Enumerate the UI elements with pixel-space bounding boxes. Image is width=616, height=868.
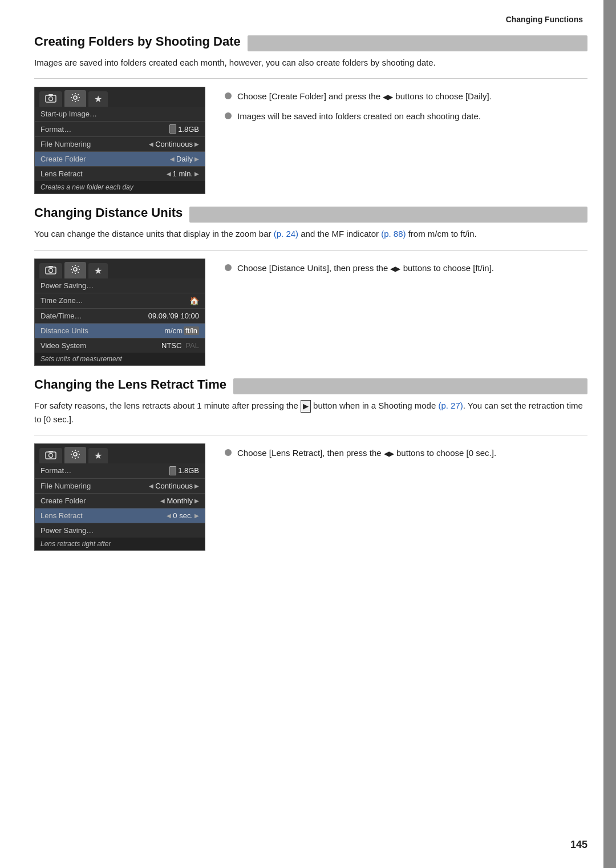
menu-3-row-format: Format… 1.8GB: [35, 463, 205, 479]
menu-2-row-videosystem: Video System NTSC PAL: [35, 338, 205, 353]
section-3-title: Changing the Lens Retract Time: [34, 377, 233, 394]
bullet-dot: [225, 449, 232, 456]
section-3-heading-bar: Changing the Lens Retract Time: [34, 377, 587, 394]
svg-rect-6: [48, 266, 53, 268]
menu-2-row-timezone: Time Zone… 🏠: [35, 293, 205, 309]
menu-3-row-createfolder: Create Folder ◀ Monthly ▶: [35, 494, 205, 508]
menu-3-row-lensretract: Lens Retract ◀ 0 sec. ▶: [35, 508, 205, 523]
menu-2-footer: Sets units of measurement: [35, 353, 205, 365]
link-p24: (p. 24): [274, 229, 298, 239]
page-header: Changing Functions: [0, 0, 600, 24]
menu-3-footer: Lens retracts right after: [35, 538, 205, 550]
menu-2-body: Power Saving… Time Zone… 🏠 Date/Time…: [35, 278, 205, 353]
menu-1-row-filenumbering: File Numbering ◀ Continuous ▶: [35, 137, 205, 152]
page-number: 145: [570, 839, 587, 851]
menu-3-row-filenumbering: File Numbering ◀ Continuous ▶: [35, 479, 205, 494]
section-2-body: You can change the distance units that d…: [34, 227, 587, 240]
section-2-title: Changing Distance Units: [34, 205, 189, 223]
section-1-body: Images are saved into folders created ea…: [34, 56, 587, 69]
bullet-dot: [225, 264, 232, 271]
section-1-bullet-1: Choose [Create Folder] and press the ◀▶ …: [225, 90, 587, 103]
menu-1-row-format: Format… 1.8GB: [35, 122, 205, 137]
section-1-two-col: ★ Start-up Image… Format… 1.8GB: [34, 87, 587, 194]
section-changing-distance: Changing Distance Units You can change t…: [34, 205, 587, 365]
section-2-bar: [189, 207, 587, 223]
section-1-bullets: Choose [Create Folder] and press the ◀▶ …: [225, 87, 587, 194]
menu-1-row-startup: Start-up Image…: [35, 107, 205, 122]
section-creating-folders: Creating Folders by Shooting Date Images…: [34, 34, 587, 194]
menu-1-tab-camera: [39, 91, 62, 107]
menu-3-body: Format… 1.8GB File Numbering ◀ Continuou…: [35, 463, 205, 538]
camera-menu-1: ★ Start-up Image… Format… 1.8GB: [34, 87, 205, 194]
section-3-bar: [233, 378, 587, 394]
menu-1-tab-settings: [64, 90, 86, 107]
menu-2-tabs: ★: [35, 259, 205, 278]
section-1-title: Creating Folders by Shooting Date: [34, 34, 248, 51]
svg-point-9: [49, 453, 53, 457]
bullet-dot: [225, 92, 232, 99]
divider-2: [34, 250, 587, 251]
svg-point-7: [74, 268, 77, 271]
section-2-two-col: ★ Power Saving… Time Zone… 🏠: [34, 259, 587, 366]
section-3-body: For safety reasons, the lens retracts ab…: [34, 399, 587, 426]
menu-3-tab-settings: [64, 447, 86, 463]
section-3-bullet-1: Choose [Lens Retract], then press the ◀▶…: [225, 447, 587, 460]
menu-1-row-createfolder: Create Folder ◀ Daily ▶: [35, 152, 205, 167]
menu-2-tab-camera: [39, 263, 62, 278]
link-p27: (p. 27): [438, 401, 463, 410]
bullet-dot: [225, 112, 232, 119]
section-2-heading-bar: Changing Distance Units: [34, 205, 587, 223]
menu-3-tab-camera: [39, 448, 62, 463]
menu-2-tab-settings: [64, 262, 86, 278]
section-lens-retract: Changing the Lens Retract Time For safet…: [34, 377, 587, 551]
section-2-bullets: Choose [Distance Units], then press the …: [225, 259, 587, 366]
menu-2-row-powersaving: Power Saving…: [35, 278, 205, 293]
menu-1-tabs: ★: [35, 87, 205, 107]
divider-3: [34, 435, 587, 435]
section-1-heading-bar: Creating Folders by Shooting Date: [34, 34, 587, 51]
section-3-screen: ★ Format… 1.8GB File Numbering: [34, 443, 211, 551]
camera-menu-2: ★ Power Saving… Time Zone… 🏠: [34, 259, 205, 366]
svg-point-5: [49, 268, 53, 272]
menu-3-tab-star: ★: [88, 448, 108, 463]
svg-point-1: [49, 97, 53, 101]
svg-point-3: [74, 96, 77, 99]
link-p88: (p. 88): [381, 229, 406, 239]
menu-1-body: Start-up Image… Format… 1.8GB File Numbe…: [35, 107, 205, 181]
svg-rect-2: [48, 94, 53, 96]
sd-icon-3: [169, 466, 176, 475]
menu-2-row-datetime: Date/Time… 09.09.'09 10:00: [35, 309, 205, 324]
section-2-screen: ★ Power Saving… Time Zone… 🏠: [34, 259, 211, 366]
sd-icon-1: [169, 124, 176, 134]
menu-2-tab-star: ★: [88, 263, 108, 278]
section-2-bullet-1: Choose [Distance Units], then press the …: [225, 262, 587, 275]
section-1-screen: ★ Start-up Image… Format… 1.8GB: [34, 87, 211, 194]
section-1-bullet-2: Images will be saved into folders create…: [225, 110, 587, 123]
side-tab: [603, 0, 616, 868]
menu-2-row-distanceunits: Distance Units m/cm ft/in: [35, 324, 205, 338]
header-title: Changing Functions: [506, 15, 583, 24]
section-3-bullets: Choose [Lens Retract], then press the ◀▶…: [225, 443, 587, 551]
svg-rect-10: [48, 451, 53, 453]
section-3-two-col: ★ Format… 1.8GB File Numbering: [34, 443, 587, 551]
divider-1: [34, 78, 587, 79]
menu-3-tabs: ★: [35, 444, 205, 463]
menu-1-tab-star: ★: [88, 91, 108, 107]
main-content: Creating Folders by Shooting Date Images…: [34, 34, 587, 868]
section-1-bar: [248, 35, 587, 51]
menu-3-row-powersaving: Power Saving…: [35, 523, 205, 538]
svg-point-11: [74, 453, 77, 456]
menu-1-footer: Creates a new folder each day: [35, 181, 205, 193]
menu-1-row-lensretract: Lens Retract ◀ 1 min. ▶: [35, 167, 205, 181]
camera-menu-3: ★ Format… 1.8GB File Numbering: [34, 443, 205, 551]
